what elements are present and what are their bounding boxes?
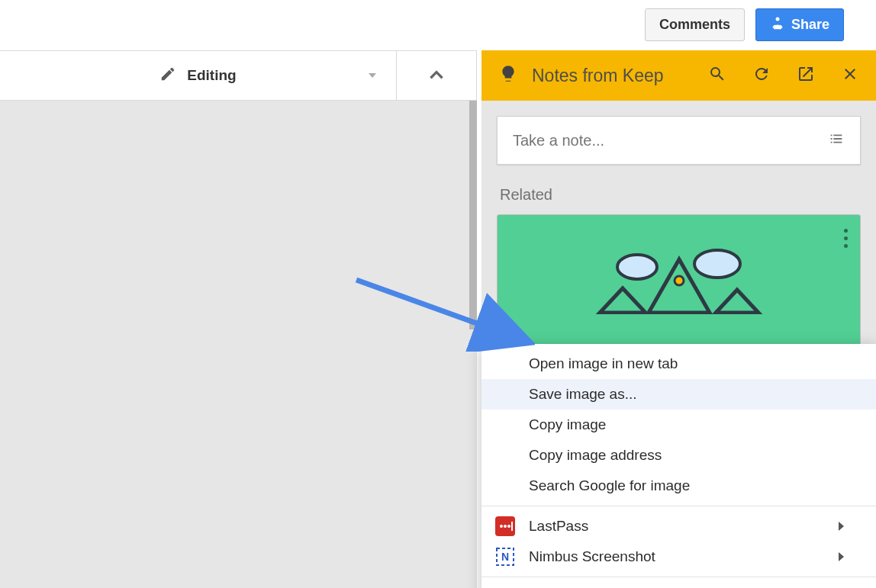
chevron-right-icon [839, 552, 844, 561]
scrollbar[interactable] [469, 101, 477, 329]
ctx-label: Copy image [529, 416, 606, 433]
ctx-label: Save image as... [529, 386, 637, 403]
ctx-label: Copy image address [529, 447, 662, 464]
keep-header: Notes from Keep [481, 50, 876, 101]
svg-point-0 [775, 18, 779, 21]
nimbus-icon: N [495, 547, 515, 567]
svg-point-2 [694, 250, 740, 278]
comments-button[interactable]: Comments [645, 8, 745, 41]
ctx-label: Open image in new tab [529, 355, 678, 372]
take-note-input-wrap[interactable] [497, 116, 861, 165]
svg-marker-4 [600, 288, 646, 313]
note-image [595, 246, 763, 314]
comments-label: Comments [659, 17, 730, 33]
ctx-label: LastPass [529, 518, 588, 535]
divider [481, 577, 876, 577]
context-menu: Open image in new tab Save image as... C… [481, 344, 876, 588]
svg-point-1 [617, 255, 657, 279]
svg-marker-5 [716, 290, 758, 313]
ctx-label: Search Google for image [529, 477, 690, 494]
divider [481, 506, 876, 506]
related-heading: Related [500, 186, 876, 204]
svg-point-9 [504, 525, 507, 528]
close-icon[interactable] [841, 65, 859, 86]
ctx-ext-nimbus[interactable]: N Nimbus Screenshot [481, 541, 876, 572]
pencil-icon [159, 66, 176, 85]
ctx-copy-image-address[interactable]: Copy image address [481, 440, 876, 471]
share-label: Share [791, 17, 829, 33]
chevron-right-icon [839, 522, 844, 531]
take-note-input[interactable] [513, 132, 828, 149]
ctx-search-google-image[interactable]: Search Google for image [481, 471, 876, 501]
card-menu-icon[interactable] [844, 229, 848, 248]
ctx-copy-image[interactable]: Copy image [481, 410, 876, 440]
top-bar: Comments Share [0, 0, 876, 50]
search-icon[interactable] [708, 65, 726, 86]
share-icon [770, 15, 785, 34]
keep-panel: Notes from Keep Related R Open image in [481, 50, 876, 588]
refresh-icon[interactable] [752, 65, 771, 86]
edit-strip: Editing [0, 50, 477, 101]
lastpass-icon [495, 516, 515, 536]
ctx-label: Nimbus Screenshot [529, 548, 655, 565]
chevron-down-icon [369, 73, 376, 78]
svg-point-6 [675, 276, 684, 285]
keep-title: Notes from Keep [532, 66, 694, 86]
list-icon[interactable] [828, 130, 845, 150]
ctx-ext-lastpass[interactable]: LastPass [481, 511, 876, 541]
open-in-new-icon[interactable] [797, 65, 815, 86]
ctx-inspect[interactable]: Inspect Ctrl+Shift+I [481, 582, 876, 588]
svg-point-8 [500, 525, 503, 528]
collapse-button[interactable] [397, 66, 476, 85]
svg-rect-11 [511, 522, 513, 531]
edit-mode-label: Editing [187, 67, 236, 84]
share-button[interactable]: Share [755, 8, 844, 41]
ctx-open-image-new-tab[interactable]: Open image in new tab [481, 349, 876, 379]
keep-actions [708, 65, 859, 86]
keep-bulb-icon [498, 64, 518, 87]
ctx-save-image-as[interactable]: Save image as... [481, 379, 876, 410]
svg-point-10 [507, 525, 510, 528]
svg-text:N: N [501, 551, 509, 563]
document-canvas [0, 101, 477, 588]
edit-mode-dropdown[interactable]: Editing [0, 66, 396, 85]
